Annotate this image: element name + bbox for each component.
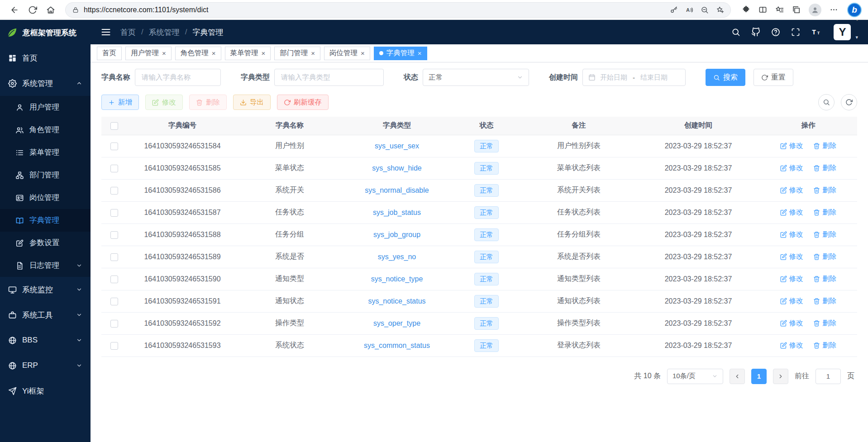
status-select[interactable]: 正常 (423, 69, 529, 86)
sidebar-item-bbs[interactable]: BBS (0, 328, 91, 353)
table-refresh-button[interactable] (841, 94, 857, 110)
row-edit-link[interactable]: 修改 (780, 141, 803, 151)
add-button[interactable]: 新增 (101, 95, 139, 110)
read-aloud-icon[interactable] (685, 6, 693, 14)
sidebar-item-post[interactable]: 岗位管理 (0, 186, 91, 209)
row-edit-link[interactable]: 修改 (780, 252, 803, 261)
breadcrumb-system[interactable]: 系统管理 (149, 27, 180, 38)
dict-type-link[interactable]: sys_notice_type (371, 275, 423, 283)
sidebar-item-dept[interactable]: 部门管理 (0, 164, 91, 186)
user-avatar[interactable]: Y (834, 24, 851, 40)
browser-menu-dots-icon[interactable] (830, 5, 838, 14)
tab-home[interactable]: 首页 (97, 47, 122, 60)
sidebar-item-yi[interactable]: Yi框架 (0, 378, 91, 404)
row-checkbox[interactable] (110, 187, 118, 195)
row-edit-link[interactable]: 修改 (780, 318, 803, 328)
dict-type-link[interactable]: sys_yes_no (378, 253, 416, 261)
goto-page-input[interactable] (816, 369, 841, 384)
select-all-checkbox[interactable] (110, 122, 118, 130)
sidebar-item-user[interactable]: 用户管理 (0, 96, 91, 119)
page-1-button[interactable]: 1 (751, 369, 767, 384)
help-icon[interactable] (771, 28, 780, 37)
sidebar-collapse-icon[interactable] (100, 27, 111, 38)
row-edit-link[interactable]: 修改 (780, 341, 803, 350)
row-checkbox[interactable] (110, 320, 118, 328)
row-delete-link[interactable]: 删除 (813, 252, 836, 261)
row-delete-link[interactable]: 删除 (813, 163, 836, 173)
sidebar-item-dict[interactable]: 字典管理 (0, 209, 91, 232)
export-button[interactable]: 导出 (233, 95, 271, 110)
sidebar-item-system[interactable]: 系统管理 (0, 71, 91, 96)
sidebar-item-tools[interactable]: 系统工具 (0, 302, 91, 328)
row-delete-link[interactable]: 删除 (813, 318, 836, 328)
row-checkbox[interactable] (110, 298, 118, 305)
dict-type-input[interactable] (274, 69, 384, 86)
row-delete-link[interactable]: 删除 (813, 141, 836, 151)
row-edit-link[interactable]: 修改 (780, 296, 803, 306)
browser-home-button[interactable] (43, 2, 59, 18)
tab-close-icon[interactable]: × (162, 50, 166, 57)
row-delete-link[interactable]: 删除 (813, 185, 836, 195)
next-page-button[interactable] (773, 369, 788, 384)
dict-type-link[interactable]: sys_notice_status (368, 297, 425, 305)
app-logo[interactable]: 意框架管理系统 (0, 20, 91, 45)
row-delete-link[interactable]: 删除 (813, 230, 836, 239)
tab-post[interactable]: 岗位管理× (324, 47, 370, 60)
search-button[interactable]: 搜索 (706, 69, 745, 86)
zoom-out-icon[interactable] (701, 6, 709, 14)
sidebar-item-home[interactable]: 首页 (0, 45, 91, 71)
edit-button[interactable]: 修改 (145, 95, 183, 110)
refresh-cache-button[interactable]: 刷新缓存 (277, 95, 329, 110)
row-delete-link[interactable]: 删除 (813, 208, 836, 217)
dict-type-link[interactable]: sys_job_status (373, 209, 421, 216)
sidebar-item-erp[interactable]: ERP (0, 353, 91, 378)
header-search-icon[interactable] (731, 28, 740, 37)
dict-name-input[interactable] (135, 69, 221, 86)
fullscreen-icon[interactable] (791, 28, 800, 37)
sidebar-item-log[interactable]: 日志管理 (0, 254, 91, 277)
address-bar[interactable]: https://ccnetcore.com:1101/system/dict (65, 2, 731, 18)
tab-close-icon[interactable]: × (262, 50, 266, 57)
tab-user[interactable]: 用户管理× (125, 47, 172, 60)
row-delete-link[interactable]: 删除 (813, 341, 836, 350)
browser-profile-avatar[interactable] (809, 4, 821, 16)
prev-page-button[interactable] (730, 369, 745, 384)
toggle-search-button[interactable] (818, 94, 835, 110)
row-checkbox[interactable] (110, 209, 118, 217)
tab-dict[interactable]: 字典管理× (374, 47, 427, 60)
page-size-select[interactable]: 10条/页 (667, 369, 723, 384)
row-edit-link[interactable]: 修改 (780, 163, 803, 173)
row-delete-link[interactable]: 删除 (813, 296, 836, 306)
sidebar-item-monitor[interactable]: 系统监控 (0, 277, 91, 302)
dict-type-link[interactable]: sys_show_hide (372, 164, 421, 172)
tab-close-icon[interactable]: × (361, 50, 365, 57)
add-favorite-icon[interactable] (716, 6, 724, 14)
dict-type-link[interactable]: sys_job_group (373, 231, 420, 238)
tab-dept[interactable]: 部门管理× (274, 47, 320, 60)
dict-type-link[interactable]: sys_user_sex (375, 142, 419, 150)
split-screen-icon[interactable] (758, 5, 767, 14)
row-checkbox[interactable] (110, 231, 118, 239)
row-checkbox[interactable] (110, 342, 118, 350)
row-checkbox[interactable] (110, 253, 118, 261)
password-key-icon[interactable] (670, 6, 678, 14)
date-range-picker[interactable]: 开始日期 - 结束日期 (582, 69, 686, 86)
browser-back-button[interactable] (6, 2, 23, 18)
collections-icon[interactable] (792, 5, 801, 14)
row-checkbox[interactable] (110, 276, 118, 283)
sidebar-item-role[interactable]: 角色管理 (0, 119, 91, 141)
row-delete-link[interactable]: 删除 (813, 274, 836, 284)
reset-button[interactable]: 重置 (754, 69, 793, 86)
row-edit-link[interactable]: 修改 (780, 185, 803, 195)
browser-refresh-button[interactable] (24, 2, 41, 18)
row-edit-link[interactable]: 修改 (780, 208, 803, 217)
dict-type-link[interactable]: sys_oper_type (373, 319, 420, 327)
sidebar-item-param[interactable]: 参数设置 (0, 232, 91, 254)
tab-close-icon[interactable]: × (212, 50, 216, 57)
row-edit-link[interactable]: 修改 (780, 274, 803, 284)
tab-close-icon[interactable]: × (418, 50, 422, 57)
delete-button[interactable]: 删除 (189, 95, 227, 110)
tab-role[interactable]: 角色管理× (175, 47, 221, 60)
font-size-icon[interactable] (811, 28, 823, 37)
dict-type-link[interactable]: sys_normal_disable (365, 186, 429, 194)
